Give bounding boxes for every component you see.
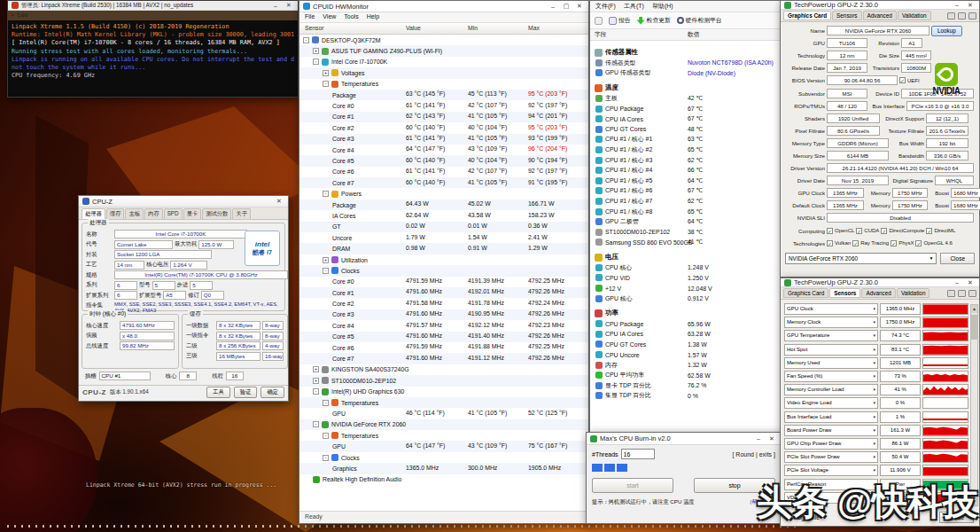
camera-icon[interactable]: [947, 12, 955, 20]
checkbox-opengl-4-6[interactable]: ✓OpenGL 4.6: [915, 240, 952, 246]
menu-tools[interactable]: Tools: [344, 13, 358, 21]
sensor-tree-row[interactable]: +Utilization: [299, 254, 588, 265]
scroll-thumb[interactable]: [971, 315, 977, 340]
column-max[interactable]: Max: [528, 25, 540, 31]
start-button[interactable]: start: [592, 478, 673, 493]
sensor-row[interactable]: CPU GT Cores48 ℃: [590, 124, 782, 135]
menu-icon[interactable]: [968, 290, 976, 297]
sensor-tree-row[interactable]: Core #661 °C (141 °F)42 °C (107 °F)92 °C…: [299, 167, 588, 177]
sensor-tree-row[interactable]: Realtek High Definition Audio: [299, 474, 588, 485]
close-button[interactable]: Close: [940, 253, 975, 264]
sensor-row[interactable]: CPU 核心1.248 V: [590, 262, 782, 273]
sensor-row[interactable]: CPU #1 / 核心 #667 ℃: [590, 186, 782, 197]
column-sensor[interactable]: Sensor: [305, 25, 324, 31]
sensor-label-dropdown[interactable]: PCIe Slot Power Draw▾: [784, 451, 878, 463]
tab-内存[interactable]: 内存: [144, 208, 163, 219]
minimize-icon[interactable]: –: [952, 279, 962, 286]
checkbox-icon[interactable]: ✓: [827, 228, 833, 234]
sensor-row[interactable]: 主板42 ℃: [590, 93, 782, 104]
sensor-tree-row[interactable]: -Powers: [299, 188, 588, 199]
gpuz-sensors-titlebar[interactable]: TechPowerUp GPU-Z 2.30.0 – ✕: [781, 278, 979, 287]
threads-input[interactable]: [621, 449, 655, 459]
sensor-row[interactable]: CPU Package65.96 W: [590, 318, 782, 329]
sensor-row[interactable]: CPU #1 / 核心 #865 ℃: [590, 207, 782, 217]
edit-icon[interactable]: [595, 17, 603, 25]
camera-icon[interactable]: [947, 290, 955, 297]
close-icon[interactable]: ✕: [965, 279, 976, 286]
sensor-row[interactable]: CPU #1 / 核心 #163 ℃: [590, 135, 782, 145]
tree-expander-icon[interactable]: -: [323, 455, 329, 461]
close-icon[interactable]: ✕: [274, 198, 284, 205]
sensor-label-dropdown[interactable]: Memory Clock▾: [784, 317, 878, 328]
tab-graphics-card[interactable]: Graphics Card: [783, 11, 831, 20]
sensor-tree-row[interactable]: +ST1000DM010-2EP102: [299, 375, 588, 386]
tab-主板[interactable]: 主板: [125, 208, 144, 219]
sensor-label-dropdown[interactable]: Memory Used▾: [784, 357, 878, 369]
checkbox-icon[interactable]: ✓: [852, 240, 859, 246]
scrollbar[interactable]: ▲ ▼: [970, 304, 978, 506]
sensor-tree-row[interactable]: IA Cores62.64 W43.58 W158.23 W: [299, 210, 588, 221]
minimize-icon[interactable]: –: [753, 435, 764, 442]
gpu-select-dropdown[interactable]: NVIDIA GeForce RTX 2060 ▼: [785, 253, 937, 264]
sensor-tree-row[interactable]: Core #061 °C (141 °F)42 °C (107 °F)92 °C…: [299, 100, 588, 111]
gpuz-titlebar[interactable]: TechPowerUp GPU-Z 2.30.0 – ✕: [781, 1, 979, 10]
sensor-tree-row[interactable]: -Intel(R) UHD Graphics 630: [299, 387, 588, 397]
tab-处理器[interactable]: 处理器: [82, 208, 105, 219]
sensor-tree-row[interactable]: Core #162 °C (143 °F)41 °C (105 °F)94 °C…: [299, 112, 588, 122]
close-icon[interactable]: ✕: [284, 2, 294, 9]
gear-icon[interactable]: [958, 12, 966, 20]
tab-关于[interactable]: 关于: [232, 208, 251, 219]
checkbox-directcompute[interactable]: ✓DirectCompute: [881, 228, 924, 234]
sensor-tree-row[interactable]: Core #54791.60 MHz4191.40 MHz4792.26 MHz: [299, 332, 588, 342]
tree-expander-icon[interactable]: -: [323, 433, 329, 439]
sensor-row[interactable]: GPU 核心0.912 V: [590, 293, 782, 304]
column-value[interactable]: Value: [406, 25, 421, 31]
tab-validation[interactable]: Validation: [897, 288, 930, 298]
sensor-label-dropdown[interactable]: Bus Interface Load▾: [784, 411, 878, 423]
sensor-tree-row[interactable]: -Clocks: [299, 265, 588, 276]
checkbox-cuda[interactable]: ✓CUDA: [856, 228, 879, 234]
tab-SPD[interactable]: SPD: [164, 208, 183, 219]
sensor-tree-row[interactable]: Core #464 °C (147 °F)43 °C (109 °F)96 °C…: [299, 145, 588, 155]
sensor-row[interactable]: +12 V12.048 V: [590, 283, 782, 293]
menu-item[interactable]: 文件(F): [595, 2, 616, 11]
sensor-label-dropdown[interactable]: PCIe Slot Voltage▾: [784, 465, 878, 476]
checkbox-opencl[interactable]: ✓OpenCL: [827, 228, 854, 234]
sensor-row[interactable]: CPU Package67 ℃: [590, 104, 782, 114]
checkbox-icon[interactable]: ✓: [926, 228, 932, 234]
sensor-label-dropdown[interactable]: GPU Temperature▾: [784, 330, 878, 341]
sensor-tree-row[interactable]: Core #24791.58 MHz4191.78 MHz4792.24 MHz: [299, 298, 588, 309]
sensor-tree-row[interactable]: Core #34791.60 MHz4190.95 MHz4792.26 MHz: [299, 309, 588, 320]
minimize-icon[interactable]: –: [548, 4, 558, 10]
sensor-tree-row[interactable]: Core #260 °C (140 °F)40 °C (104 °F)95 °C…: [299, 122, 588, 133]
tree-expander-icon[interactable]: +: [313, 378, 319, 384]
sensor-tree-row[interactable]: Core #760 °C (140 °F)41 °C (105 °F)91 °C…: [299, 177, 588, 188]
sensor-tree-row[interactable]: +KINGSTON SA400S37240G: [299, 364, 588, 375]
checkbox-ray-tracing[interactable]: ✓Ray Tracing: [852, 240, 889, 246]
sensor-tree-row[interactable]: Core #44791.57 MHz4192.12 MHz4792.23 MHz: [299, 320, 588, 331]
column-field[interactable]: 字段: [595, 30, 607, 39]
sensor-label-dropdown[interactable]: GPU Clock▾: [784, 303, 878, 315]
hwmonitor-titlebar[interactable]: CPUID HWMonitor – ▢ ✕: [299, 1, 588, 12]
sensor-label-dropdown[interactable]: Board Power Draw▾: [784, 425, 878, 436]
sensor-tree-row[interactable]: Core #560 °C (140 °F)40 °C (104 °F)90 °C…: [299, 155, 588, 166]
ok-button[interactable]: 确定: [261, 387, 284, 398]
gear-icon[interactable]: [958, 290, 966, 297]
lookup-button[interactable]: Lookup: [931, 26, 962, 36]
menu-file[interactable]: File: [305, 13, 315, 21]
checkbox-icon[interactable]: ✓: [915, 240, 922, 246]
tree-expander-icon[interactable]: +: [313, 48, 319, 54]
sensor-tree-row[interactable]: -DESKTOP-Q3KF72M: [299, 35, 588, 45]
checkbox-directml[interactable]: ✓DirectML: [926, 228, 955, 234]
sensor-row[interactable]: CPU #1 / 核心 #564 ℃: [590, 176, 782, 186]
tree-expander-icon[interactable]: +: [313, 366, 319, 372]
sensor-tree-row[interactable]: GPU64 °C (147 °F)43 °C (109 °F)75 °C (16…: [299, 441, 588, 451]
column-value[interactable]: 数值: [688, 30, 700, 39]
socket-select[interactable]: CPU #1: [99, 372, 151, 380]
sensor-row[interactable]: CPU VID1.250 V: [590, 273, 782, 284]
cpuz-titlebar[interactable]: CPU-Z ✕: [79, 196, 288, 207]
close-icon[interactable]: ✕: [574, 3, 585, 10]
sensor-row[interactable]: CPU #1 / 核心 #265 ℃: [590, 145, 782, 155]
tree-expander-icon[interactable]: -: [303, 37, 309, 43]
sensor-tree-row[interactable]: Graphics1365.0 MHz300.0 MHz1905.0 MHz: [299, 463, 588, 473]
